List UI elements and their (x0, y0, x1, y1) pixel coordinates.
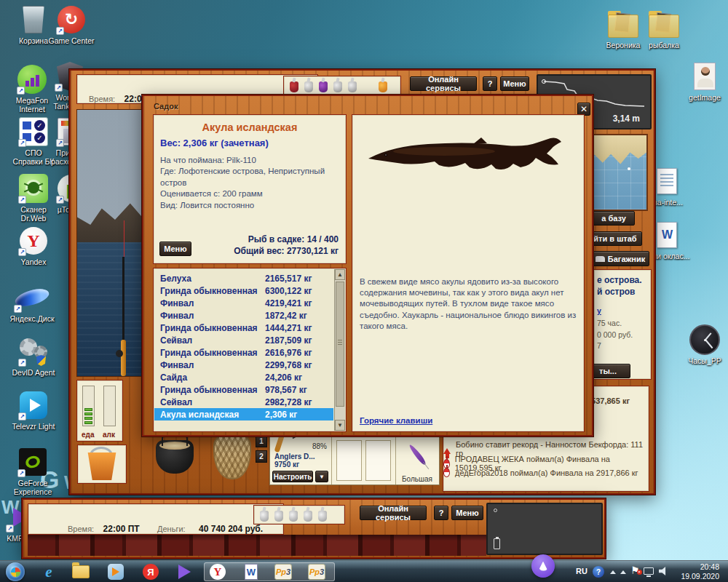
desktop-icon-getimage[interactable]: getImage (681, 61, 728, 102)
potion-bottle-icon[interactable] (260, 511, 269, 522)
fish-list-row[interactable]: Финвал4219,421 кг (154, 297, 333, 309)
fishing-line (124, 220, 124, 258)
tray-time: 20:48 (681, 562, 719, 572)
rr3-icon: Рр3 (308, 564, 325, 580)
fish-list-row[interactable]: Финвал1872,42 кг (154, 309, 333, 322)
taskbar-rr3-2[interactable]: Рр3 (307, 563, 326, 581)
fish-list-row-selected[interactable]: Акула исландская2,306 кг (154, 408, 333, 420)
potion-bottle-icon[interactable] (290, 81, 298, 92)
desktop-icon-yandex-disk[interactable]: ↗ Яндекс.Диск (6, 282, 58, 323)
online-services-button[interactable]: Онлайн сервисы (410, 76, 477, 91)
dropdown-button[interactable]: ▼ (315, 471, 328, 482)
taskbar-rr3[interactable]: Рр3 (274, 563, 293, 581)
desktop-icon-veronika-folder[interactable]: Вероника (600, 9, 646, 49)
tray-chevron-icon[interactable] (620, 570, 626, 574)
empty-slot[interactable] (336, 440, 362, 481)
money-label: Деньги: (157, 525, 186, 533)
scroll-down-button[interactable]: ▼ (335, 420, 345, 431)
dialog-menu-button[interactable]: Меню (159, 242, 191, 256)
potion-bottle-icon[interactable] (379, 81, 387, 92)
creel-basket-icon[interactable] (213, 433, 251, 479)
tray-help-icon[interactable]: ? (593, 566, 604, 578)
desktop-icon-geforce[interactable]: ↗ GeForce Experience (7, 447, 58, 496)
menu-button[interactable]: Меню (500, 76, 529, 91)
taskbar-yandex-music[interactable]: Я (141, 563, 160, 581)
fish-list-row[interactable]: Финвал2299,768 кг (154, 359, 333, 371)
trunk-button[interactable]: Багажник (591, 251, 649, 266)
speaker-icon[interactable] (659, 567, 669, 575)
alcohol-gauge (103, 386, 116, 426)
scrollbar-thumb[interactable] (336, 282, 344, 407)
fish-list-scrollbar[interactable]: ▲ ▼ (334, 269, 345, 431)
potion-bottle-icon[interactable] (319, 81, 328, 92)
menu-button[interactable]: Меню (451, 506, 483, 520)
potion-bottle-icon[interactable] (274, 511, 283, 522)
language-indicator[interactable]: RU (576, 567, 587, 575)
info-line-hours: 75 час. (597, 318, 648, 329)
taskbar: e Я Y W Рр3 Рр3 RU ? ⚑✕ 20:48 19.09.2020 (0, 560, 728, 582)
lure-size: Большая (402, 475, 432, 483)
rod-slot-1-button[interactable]: 1 (256, 435, 267, 447)
shortcut-arrow-icon: ↗ (18, 196, 26, 204)
desktop-icon-devid-agent[interactable]: ↗ DevID Agent (9, 336, 58, 377)
shortcut-arrow-icon: ↗ (56, 139, 64, 147)
shortcut-arrow-icon: ↗ (56, 196, 64, 204)
desktop-icon-yandex[interactable]: Y↗ Yandex (10, 226, 57, 266)
start-button[interactable] (6, 562, 25, 581)
potion-bottle-icon[interactable] (304, 81, 313, 92)
fish-valued-from: Оценивается с: 200 грамм (160, 188, 344, 199)
desktop-icon-fishing-folder[interactable]: рыбалка (641, 9, 687, 49)
shortcut-arrow-icon: ↗ (56, 27, 64, 35)
potion-bottle-icon[interactable] (304, 511, 312, 522)
fish-list-row[interactable]: Гринда обыкновенная6300,122 кг (154, 284, 333, 297)
food-gauge (82, 386, 95, 426)
desktop-icon-game-center[interactable]: ↻↗ Game Center (48, 4, 95, 45)
bucket-icon[interactable] (86, 453, 118, 480)
alice-assistant-button[interactable] (531, 554, 555, 578)
location-line-2: й остров (597, 286, 648, 298)
money-value: 40 740 204 руб. (199, 524, 263, 534)
taskbar-televzr[interactable] (175, 563, 194, 581)
trash-icon (22, 6, 45, 33)
potion-bottle-icon[interactable] (333, 81, 342, 92)
fish-list-row[interactable]: Гринда обыкновенная978,567 кг (154, 383, 333, 396)
go-to-hq-button[interactable]: йти в штаб (588, 231, 642, 246)
cauldron-icon[interactable] (156, 440, 194, 474)
fish-list-row[interactable]: Белуха2165,517 кг (154, 272, 333, 284)
potion-bottle-icon[interactable] (289, 511, 298, 522)
taskbar-media-player[interactable] (106, 563, 125, 581)
return-to-base-button[interactable]: а базу (593, 211, 635, 226)
fish-kind: Вид: Ловится постоянно (160, 200, 344, 211)
help-button[interactable]: ? (434, 506, 448, 520)
partial-link[interactable]: у (597, 306, 648, 315)
help-button[interactable]: ? (483, 76, 497, 91)
scroll-up-button[interactable]: ▲ (335, 269, 345, 280)
header-status-panel: Время: 22:00 ПТ Деньги: 40 740 204 руб. (28, 503, 284, 535)
empty-slot[interactable] (365, 440, 391, 481)
taskbar-ie[interactable]: e (39, 563, 58, 581)
tray-clock[interactable]: 20:48 19.09.2020 (681, 562, 719, 581)
potion-bottle-icon[interactable] (318, 511, 327, 522)
show-hidden-icons-button[interactable] (610, 570, 616, 574)
taskbar-word[interactable]: W (242, 563, 261, 581)
network-icon[interactable] (644, 567, 654, 575)
hotkeys-link[interactable]: Горячие клавиши (360, 416, 432, 425)
shortcut-arrow-icon: ↗ (17, 87, 25, 95)
fish-list-row[interactable]: Сейвал2187,509 кг (154, 334, 333, 346)
fish-list-row[interactable]: Гринда обыкновенная2616,976 кг (154, 346, 333, 359)
shortcut-arrow-icon: ↗ (14, 305, 22, 313)
rod-name: Anglers D... (274, 453, 315, 461)
fish-list-row[interactable]: Сайда24,206 кг (154, 371, 333, 383)
potion-bottle-icon[interactable] (348, 81, 357, 92)
desktop-icon-televzr[interactable]: ↗ Televzr Light (9, 390, 58, 431)
fish-list-row[interactable]: Сейвал2982,728 кг (154, 396, 333, 408)
fishing-rod[interactable] (122, 257, 124, 343)
desktop-icon-clock-gadget[interactable]: Часы_РР (681, 324, 728, 365)
action-center-flag-icon[interactable]: ⚑✕ (630, 565, 640, 576)
rod-slot-2-button[interactable]: 2 (256, 450, 267, 463)
taskbar-yandex-browser[interactable]: Y (208, 563, 227, 581)
online-services-button[interactable]: Онлайн сервисы (360, 506, 427, 520)
taskbar-explorer[interactable] (71, 563, 90, 581)
fish-list-row[interactable]: Гринда обыкновенная1444,271 кг (154, 322, 333, 334)
configure-button[interactable]: Настроить (272, 471, 313, 482)
